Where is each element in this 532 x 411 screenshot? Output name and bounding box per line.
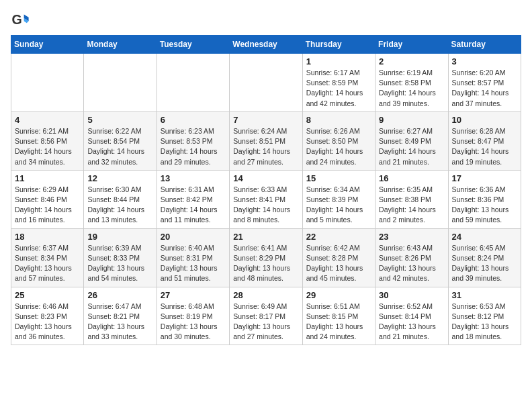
day-number: 5: [87, 115, 152, 125]
day-number: 10: [452, 115, 517, 125]
day-info: Sunrise: 6:49 AM Sunset: 8:17 PM Dayligh…: [233, 302, 298, 342]
day-number: 21: [233, 232, 298, 242]
calendar-table: SundayMondayTuesdayWednesdayThursdayFrid…: [11, 35, 521, 345]
day-info: Sunrise: 6:27 AM Sunset: 8:49 PM Dayligh…: [379, 126, 444, 167]
day-cell: 15Sunrise: 6:34 AM Sunset: 8:39 PM Dayli…: [302, 170, 375, 228]
day-cell: 11Sunrise: 6:29 AM Sunset: 8:46 PM Dayli…: [11, 170, 84, 228]
day-info: Sunrise: 6:35 AM Sunset: 8:38 PM Dayligh…: [379, 185, 444, 226]
day-info: Sunrise: 6:29 AM Sunset: 8:46 PM Dayligh…: [15, 185, 80, 226]
day-number: 3: [452, 56, 517, 66]
day-number: 7: [233, 115, 298, 125]
day-number: 2: [379, 56, 444, 66]
day-cell: [84, 54, 157, 112]
header-sunday: Sunday: [11, 36, 84, 54]
day-info: Sunrise: 6:39 AM Sunset: 8:33 PM Dayligh…: [87, 243, 152, 284]
day-cell: 5Sunrise: 6:22 AM Sunset: 8:54 PM Daylig…: [84, 111, 157, 170]
day-cell: [230, 54, 302, 112]
day-number: 1: [306, 56, 371, 66]
week-row-4: 18Sunrise: 6:37 AM Sunset: 8:34 PM Dayli…: [11, 228, 521, 287]
day-cell: 29Sunrise: 6:51 AM Sunset: 8:15 PM Dayli…: [302, 287, 375, 345]
header-friday: Friday: [375, 36, 448, 54]
day-number: 31: [452, 290, 517, 300]
day-number: 25: [15, 290, 80, 300]
day-cell: 16Sunrise: 6:35 AM Sunset: 8:38 PM Dayli…: [375, 170, 448, 228]
day-number: 6: [161, 115, 226, 125]
header-wednesday: Wednesday: [230, 36, 302, 54]
day-info: Sunrise: 6:24 AM Sunset: 8:51 PM Dayligh…: [233, 126, 298, 167]
day-number: 12: [87, 173, 152, 183]
header-tuesday: Tuesday: [157, 36, 229, 54]
day-info: Sunrise: 6:46 AM Sunset: 8:23 PM Dayligh…: [15, 302, 80, 342]
day-number: 30: [379, 290, 444, 300]
week-row-1: 1Sunrise: 6:17 AM Sunset: 8:59 PM Daylig…: [11, 54, 521, 112]
day-number: 8: [306, 115, 371, 125]
day-cell: 23Sunrise: 6:43 AM Sunset: 8:26 PM Dayli…: [375, 228, 448, 287]
day-info: Sunrise: 6:51 AM Sunset: 8:15 PM Dayligh…: [306, 302, 371, 342]
day-cell: 31Sunrise: 6:53 AM Sunset: 8:12 PM Dayli…: [448, 287, 521, 345]
header-thursday: Thursday: [302, 36, 375, 54]
day-cell: 20Sunrise: 6:40 AM Sunset: 8:31 PM Dayli…: [157, 228, 229, 287]
day-info: Sunrise: 6:23 AM Sunset: 8:53 PM Dayligh…: [161, 126, 226, 167]
day-number: 4: [15, 115, 80, 125]
day-cell: 3Sunrise: 6:20 AM Sunset: 8:57 PM Daylig…: [448, 54, 521, 112]
day-number: 14: [233, 173, 298, 183]
logo: G: [11, 11, 32, 30]
day-cell: 17Sunrise: 6:36 AM Sunset: 8:36 PM Dayli…: [448, 170, 521, 228]
day-cell: 12Sunrise: 6:30 AM Sunset: 8:44 PM Dayli…: [84, 170, 157, 228]
header-monday: Monday: [84, 36, 157, 54]
day-info: Sunrise: 6:30 AM Sunset: 8:44 PM Dayligh…: [87, 185, 152, 226]
day-cell: [11, 54, 84, 112]
day-number: 17: [452, 173, 517, 183]
day-number: 11: [15, 173, 80, 183]
day-cell: 7Sunrise: 6:24 AM Sunset: 8:51 PM Daylig…: [230, 111, 302, 170]
day-cell: 4Sunrise: 6:21 AM Sunset: 8:56 PM Daylig…: [11, 111, 84, 170]
day-cell: 24Sunrise: 6:45 AM Sunset: 8:24 PM Dayli…: [448, 228, 521, 287]
day-info: Sunrise: 6:36 AM Sunset: 8:36 PM Dayligh…: [452, 185, 517, 226]
day-info: Sunrise: 6:26 AM Sunset: 8:50 PM Dayligh…: [306, 126, 371, 167]
day-cell: 27Sunrise: 6:48 AM Sunset: 8:19 PM Dayli…: [157, 287, 229, 345]
week-row-5: 25Sunrise: 6:46 AM Sunset: 8:23 PM Dayli…: [11, 287, 521, 345]
day-number: 19: [87, 232, 152, 242]
week-row-2: 4Sunrise: 6:21 AM Sunset: 8:56 PM Daylig…: [11, 111, 521, 170]
day-cell: 19Sunrise: 6:39 AM Sunset: 8:33 PM Dayli…: [84, 228, 157, 287]
day-cell: 14Sunrise: 6:33 AM Sunset: 8:41 PM Dayli…: [230, 170, 302, 228]
svg-text:G: G: [11, 12, 21, 27]
day-cell: 6Sunrise: 6:23 AM Sunset: 8:53 PM Daylig…: [157, 111, 229, 170]
day-cell: [157, 54, 229, 112]
day-number: 18: [15, 232, 80, 242]
day-info: Sunrise: 6:37 AM Sunset: 8:34 PM Dayligh…: [15, 243, 80, 284]
day-info: Sunrise: 6:40 AM Sunset: 8:31 PM Dayligh…: [161, 243, 226, 284]
day-info: Sunrise: 6:45 AM Sunset: 8:24 PM Dayligh…: [452, 243, 517, 284]
day-cell: 10Sunrise: 6:28 AM Sunset: 8:47 PM Dayli…: [448, 111, 521, 170]
day-info: Sunrise: 6:52 AM Sunset: 8:14 PM Dayligh…: [379, 302, 444, 342]
day-info: Sunrise: 6:53 AM Sunset: 8:12 PM Dayligh…: [452, 302, 517, 342]
day-number: 24: [452, 232, 517, 242]
day-number: 20: [161, 232, 226, 242]
day-number: 13: [161, 173, 226, 183]
logo-icon: G: [11, 11, 30, 30]
day-cell: 21Sunrise: 6:41 AM Sunset: 8:29 PM Dayli…: [230, 228, 302, 287]
day-number: 27: [161, 290, 226, 300]
day-cell: 30Sunrise: 6:52 AM Sunset: 8:14 PM Dayli…: [375, 287, 448, 345]
day-number: 29: [306, 290, 371, 300]
day-number: 23: [379, 232, 444, 242]
day-cell: 25Sunrise: 6:46 AM Sunset: 8:23 PM Dayli…: [11, 287, 84, 345]
day-cell: 1Sunrise: 6:17 AM Sunset: 8:59 PM Daylig…: [302, 54, 375, 112]
day-cell: 2Sunrise: 6:19 AM Sunset: 8:58 PM Daylig…: [375, 54, 448, 112]
day-number: 9: [379, 115, 444, 125]
day-cell: 8Sunrise: 6:26 AM Sunset: 8:50 PM Daylig…: [302, 111, 375, 170]
day-info: Sunrise: 6:41 AM Sunset: 8:29 PM Dayligh…: [233, 243, 298, 284]
day-info: Sunrise: 6:43 AM Sunset: 8:26 PM Dayligh…: [379, 243, 444, 284]
day-info: Sunrise: 6:28 AM Sunset: 8:47 PM Dayligh…: [452, 126, 517, 167]
day-info: Sunrise: 6:20 AM Sunset: 8:57 PM Dayligh…: [452, 68, 517, 109]
week-row-3: 11Sunrise: 6:29 AM Sunset: 8:46 PM Dayli…: [11, 170, 521, 228]
day-cell: 28Sunrise: 6:49 AM Sunset: 8:17 PM Dayli…: [230, 287, 302, 345]
day-number: 15: [306, 173, 371, 183]
day-info: Sunrise: 6:47 AM Sunset: 8:21 PM Dayligh…: [87, 302, 152, 342]
day-cell: 22Sunrise: 6:42 AM Sunset: 8:28 PM Dayli…: [302, 228, 375, 287]
day-info: Sunrise: 6:33 AM Sunset: 8:41 PM Dayligh…: [233, 185, 298, 226]
calendar-header-row: SundayMondayTuesdayWednesdayThursdayFrid…: [11, 36, 521, 54]
header-saturday: Saturday: [448, 36, 521, 54]
day-info: Sunrise: 6:34 AM Sunset: 8:39 PM Dayligh…: [306, 185, 371, 226]
day-info: Sunrise: 6:48 AM Sunset: 8:19 PM Dayligh…: [161, 302, 226, 342]
